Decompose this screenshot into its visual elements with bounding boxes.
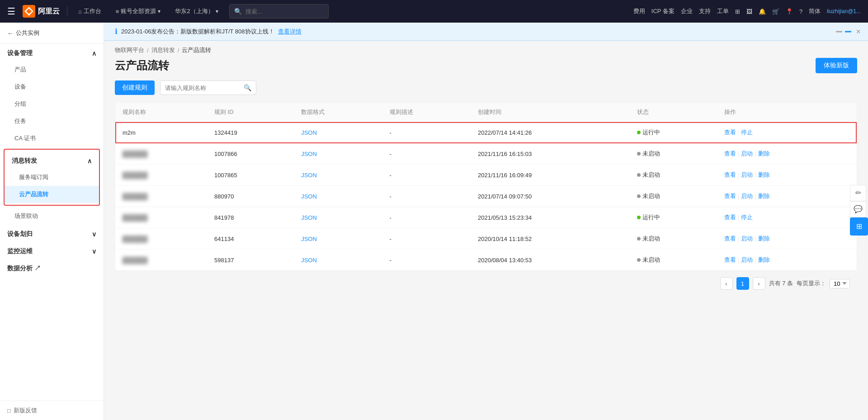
sidebar-item-ca[interactable]: CA 证书 bbox=[0, 130, 104, 147]
status-dot bbox=[637, 237, 641, 241]
sidebar-item-task[interactable]: 任务 bbox=[0, 113, 104, 130]
nav-enterprise[interactable]: 企业 bbox=[681, 7, 693, 15]
nav-bell-icon[interactable]: 🔔 bbox=[759, 8, 766, 15]
action-启动[interactable]: 启动 bbox=[741, 256, 753, 263]
nav-support[interactable]: 支持 bbox=[699, 7, 711, 15]
sidebar-section-device-transfer[interactable]: 设备划归 ∨ bbox=[0, 225, 104, 242]
nav-workbench[interactable]: ⌂ 工作台 bbox=[75, 7, 105, 15]
nav-help-icon[interactable]: ? bbox=[799, 8, 802, 15]
action-查看[interactable]: 查看 bbox=[724, 256, 736, 263]
float-edit-button[interactable]: ✏ bbox=[850, 185, 866, 201]
global-search-input[interactable] bbox=[245, 8, 324, 15]
float-chat-button[interactable]: 💬 bbox=[850, 201, 866, 217]
nav-app-icon[interactable]: ⊞ bbox=[735, 8, 740, 15]
cell-rule-desc: - bbox=[382, 143, 471, 165]
experience-new-version-button[interactable]: 体验新版 bbox=[816, 58, 857, 73]
sidebar-back[interactable]: ← 公共实例 bbox=[0, 23, 104, 44]
announcement-link[interactable]: 查看详情 bbox=[278, 28, 302, 36]
sidebar-item-device[interactable]: 设备 bbox=[0, 78, 104, 95]
pagination-page-1[interactable]: 1 bbox=[736, 277, 749, 290]
pagination-prev[interactable]: ‹ bbox=[720, 277, 733, 290]
action-停止[interactable]: 停止 bbox=[741, 129, 753, 136]
sidebar-item-product[interactable]: 产品 bbox=[0, 61, 104, 78]
breadcrumb-sep1: / bbox=[147, 47, 149, 54]
cell-actions: 查看|停止 bbox=[717, 122, 857, 143]
breadcrumb-iot[interactable]: 物联网平台 bbox=[115, 46, 144, 54]
action-删除[interactable]: 删除 bbox=[758, 235, 770, 242]
cell-rule-desc: - bbox=[382, 186, 471, 207]
close-icon[interactable]: × bbox=[856, 27, 861, 36]
action-sep: | bbox=[738, 129, 739, 136]
rules-table-inner: 规则名称 规则 ID 数据格式 规则描述 创建时间 状态 操作 m2m13244… bbox=[115, 103, 857, 270]
cell-status: 未启动 bbox=[630, 186, 717, 207]
rule-search-box[interactable]: 🔍 bbox=[160, 80, 256, 95]
nav-location-icon[interactable]: 📍 bbox=[786, 8, 793, 15]
action-查看[interactable]: 查看 bbox=[724, 171, 736, 178]
minimize-btn[interactable] bbox=[836, 31, 842, 32]
nav-divider1 bbox=[67, 7, 67, 16]
pagination-page-size-select[interactable]: 10 20 50 bbox=[830, 279, 850, 288]
nav-workorder[interactable]: 工单 bbox=[717, 7, 729, 15]
action-删除[interactable]: 删除 bbox=[758, 171, 770, 178]
action-启动[interactable]: 启动 bbox=[741, 150, 753, 157]
cell-status: 未启动 bbox=[630, 165, 717, 186]
format-link[interactable]: JSON bbox=[301, 172, 317, 179]
pin-btn[interactable] bbox=[845, 31, 851, 32]
action-启动[interactable]: 启动 bbox=[741, 171, 753, 178]
nav-region[interactable]: 华东2（上海） ▾ bbox=[171, 7, 222, 15]
sidebar-item-cloud-product[interactable]: 云产品流转 bbox=[5, 186, 99, 203]
action-sep: | bbox=[755, 171, 756, 178]
action-停止[interactable]: 停止 bbox=[741, 214, 753, 221]
action-删除[interactable]: 删除 bbox=[758, 193, 770, 199]
nav-image-icon[interactable]: 🖼 bbox=[746, 8, 752, 15]
search-icon2[interactable]: 🔍 bbox=[244, 84, 251, 91]
format-link[interactable]: JSON bbox=[301, 193, 317, 200]
chevron-down-icon3: ∨ bbox=[92, 231, 96, 238]
menu-icon[interactable]: ☰ bbox=[7, 6, 15, 17]
announcement-controls: × bbox=[836, 27, 861, 36]
action-删除[interactable]: 删除 bbox=[758, 150, 770, 157]
pagination-next[interactable]: › bbox=[753, 277, 765, 290]
status-label: 未启动 bbox=[642, 256, 660, 263]
action-查看[interactable]: 查看 bbox=[724, 193, 736, 199]
col-action: 操作 bbox=[717, 103, 857, 122]
breadcrumb: 物联网平台 / 消息转发 / 云产品流转 bbox=[115, 41, 857, 58]
nav-user[interactable]: liuzhijian@1... bbox=[827, 8, 861, 14]
sidebar-item-scene-linkage[interactable]: 场景联动 bbox=[0, 208, 104, 225]
create-rule-button[interactable]: 创建规则 bbox=[115, 80, 155, 95]
nav-account-resources[interactable]: ≡ 账号全部资源 ▾ bbox=[112, 7, 165, 15]
nav-fee[interactable]: 费用 bbox=[633, 7, 645, 15]
format-link[interactable]: JSON bbox=[301, 214, 317, 221]
format-link[interactable]: JSON bbox=[301, 151, 317, 157]
chevron-down-icon4: ∨ bbox=[92, 248, 96, 255]
action-查看[interactable]: 查看 bbox=[724, 214, 736, 221]
action-查看[interactable]: 查看 bbox=[724, 150, 736, 157]
nav-icp[interactable]: ICP 备案 bbox=[651, 7, 675, 15]
cell-actions: 查看|启动|删除 bbox=[717, 186, 857, 207]
format-link[interactable]: JSON bbox=[301, 236, 317, 242]
sidebar-section-msg-forward[interactable]: 消息转发 ∧ bbox=[5, 151, 99, 169]
rule-search-input[interactable] bbox=[165, 85, 241, 91]
sidebar-section-data-analysis[interactable]: 数据分析 ↗ bbox=[0, 259, 104, 276]
sidebar-item-server-subscribe[interactable]: 服务端订阅 bbox=[5, 169, 99, 186]
action-启动[interactable]: 启动 bbox=[741, 235, 753, 242]
format-link[interactable]: JSON bbox=[301, 257, 317, 264]
breadcrumb-msg-forward[interactable]: 消息转发 bbox=[151, 46, 175, 54]
action-sep: | bbox=[755, 235, 756, 242]
sidebar-section-device-mgmt[interactable]: 设备管理 ∧ bbox=[0, 44, 104, 61]
global-search-box[interactable]: 🔍 bbox=[229, 4, 329, 19]
sidebar-feedback[interactable]: □ 新版反馈 bbox=[0, 401, 104, 420]
nav-cart-icon[interactable]: 🛒 bbox=[772, 8, 779, 15]
action-查看[interactable]: 查看 bbox=[724, 235, 736, 242]
action-删除[interactable]: 删除 bbox=[758, 256, 770, 263]
blurred-name: ██████ bbox=[123, 172, 147, 179]
sidebar-item-group[interactable]: 分组 bbox=[0, 95, 104, 113]
action-查看[interactable]: 查看 bbox=[724, 129, 736, 136]
action-启动[interactable]: 启动 bbox=[741, 193, 753, 199]
format-link[interactable]: JSON bbox=[301, 129, 317, 136]
main-content: ℹ 2023-01-06发布公告：新版数据解析和JT/T 808协议上线！ 查看… bbox=[104, 23, 868, 420]
status-label: 运行中 bbox=[642, 214, 660, 221]
sidebar-section-monitor[interactable]: 监控运维 ∨ bbox=[0, 242, 104, 259]
nav-lang[interactable]: 简体 bbox=[809, 7, 821, 15]
float-grid-button[interactable]: ⊞ bbox=[850, 217, 868, 236]
